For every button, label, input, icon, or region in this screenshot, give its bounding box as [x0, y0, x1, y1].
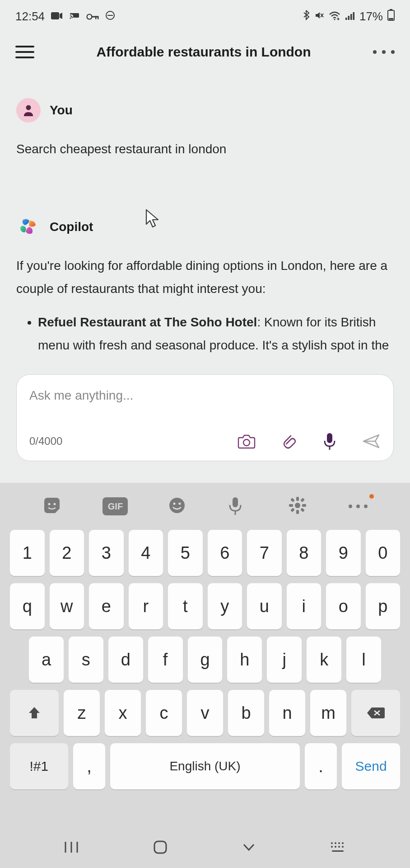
- key-b[interactable]: b: [228, 690, 264, 736]
- key-u[interactable]: u: [247, 583, 282, 629]
- key-x[interactable]: x: [105, 690, 141, 736]
- keyboard-toolbar: GIF: [0, 483, 410, 530]
- mouse-cursor-icon: [144, 208, 162, 231]
- key-comma[interactable]: ,: [73, 743, 106, 789]
- settings-icon[interactable]: [288, 496, 309, 517]
- svg-point-48: [338, 842, 340, 844]
- key-3[interactable]: 3: [89, 530, 124, 576]
- keyboard-switch-button[interactable]: [330, 841, 346, 855]
- svg-rect-4: [95, 16, 97, 19]
- svg-point-26: [169, 498, 185, 513]
- key-period[interactable]: .: [305, 743, 337, 789]
- key-send[interactable]: Send: [342, 743, 400, 789]
- key-space[interactable]: English (UK): [110, 743, 300, 789]
- dnd-icon: [105, 9, 115, 24]
- key-t[interactable]: t: [168, 583, 203, 629]
- svg-point-27: [173, 502, 176, 505]
- key-1[interactable]: 1: [10, 530, 45, 576]
- copilot-message: Copilot If you're looking for affordable…: [16, 215, 394, 357]
- signal-icon: [345, 9, 355, 24]
- key-symbols[interactable]: !#1: [10, 743, 68, 789]
- key-m[interactable]: m: [310, 690, 346, 736]
- svg-point-28: [179, 502, 181, 505]
- keyboard-row-2: q w e r t y u i o p: [0, 583, 410, 629]
- user-message: You Search cheapest restaurant in london: [16, 98, 394, 160]
- svg-rect-32: [296, 497, 299, 501]
- key-j[interactable]: j: [267, 637, 302, 683]
- status-bar: 12:54 17%: [0, 0, 410, 33]
- camera-icon: [51, 9, 63, 24]
- key-o[interactable]: o: [326, 583, 361, 629]
- key-4[interactable]: 4: [129, 530, 163, 576]
- key-n[interactable]: n: [269, 690, 305, 736]
- keyboard: GIF 1 2 3 4 5 6 7 8 9 0 q w e r t y u: [0, 483, 410, 868]
- voice-icon[interactable]: [228, 496, 249, 517]
- svg-rect-17: [389, 18, 393, 20]
- sender-label: You: [50, 103, 73, 118]
- back-button[interactable]: [241, 842, 256, 854]
- key-q[interactable]: q: [10, 583, 45, 629]
- key-c[interactable]: c: [146, 690, 182, 736]
- key-9[interactable]: 9: [326, 530, 361, 576]
- menu-button[interactable]: [15, 46, 34, 58]
- copilot-message-text: If you're looking for affordable dining …: [16, 255, 394, 357]
- key-v[interactable]: v: [187, 690, 223, 736]
- battery-icon: [387, 9, 395, 24]
- user-message-text: Search cheapest restaurant in london: [16, 138, 394, 160]
- recents-button[interactable]: [64, 840, 79, 856]
- bluetooth-icon: [303, 9, 310, 24]
- key-p[interactable]: p: [366, 583, 401, 629]
- key-6[interactable]: 6: [208, 530, 242, 576]
- sticker-icon[interactable]: [42, 496, 63, 517]
- svg-point-49: [342, 842, 344, 844]
- key-g[interactable]: g: [188, 637, 223, 683]
- key-7[interactable]: 7: [247, 530, 282, 576]
- send-button[interactable]: [362, 432, 381, 451]
- key-5[interactable]: 5: [168, 530, 203, 576]
- key-2[interactable]: 2: [50, 530, 84, 576]
- key-backspace[interactable]: [351, 690, 400, 736]
- key-e[interactable]: e: [89, 583, 124, 629]
- keyboard-row-5: !#1 , English (UK) . Send: [0, 743, 410, 789]
- camera-button[interactable]: [237, 432, 256, 451]
- key-s[interactable]: s: [69, 637, 103, 683]
- key-k[interactable]: k: [307, 637, 341, 683]
- key-l[interactable]: l: [346, 637, 381, 683]
- key-h[interactable]: h: [227, 637, 262, 683]
- key-0[interactable]: 0: [366, 530, 401, 576]
- key-f[interactable]: f: [148, 637, 183, 683]
- keyboard-more-icon[interactable]: [349, 496, 368, 517]
- home-button[interactable]: [153, 840, 168, 857]
- gif-icon[interactable]: GIF: [102, 497, 128, 515]
- mic-button[interactable]: [320, 432, 339, 451]
- svg-rect-23: [44, 498, 60, 513]
- svg-point-47: [335, 842, 336, 844]
- more-options-button[interactable]: [373, 50, 395, 54]
- key-8[interactable]: 8: [287, 530, 321, 576]
- key-shift[interactable]: [10, 690, 59, 736]
- key-r[interactable]: r: [129, 583, 163, 629]
- key-i[interactable]: i: [287, 583, 321, 629]
- keyboard-row-1: 1 2 3 4 5 6 7 8 9 0: [0, 530, 410, 576]
- svg-rect-14: [353, 12, 354, 20]
- svg-rect-38: [301, 498, 305, 502]
- battery-percent: 17%: [359, 9, 383, 24]
- attachment-button[interactable]: [279, 432, 298, 451]
- user-avatar: [16, 98, 41, 123]
- svg-rect-39: [291, 508, 295, 512]
- svg-rect-34: [289, 504, 293, 507]
- svg-rect-3: [91, 16, 98, 17]
- key-y[interactable]: y: [208, 583, 242, 629]
- svg-rect-0: [51, 12, 59, 19]
- svg-rect-11: [345, 18, 347, 20]
- key-w[interactable]: w: [50, 583, 84, 629]
- key-d[interactable]: d: [108, 637, 143, 683]
- svg-rect-37: [301, 508, 305, 512]
- svg-point-24: [48, 503, 50, 505]
- emoji-icon[interactable]: [168, 496, 188, 517]
- svg-rect-13: [350, 14, 352, 20]
- svg-point-2: [87, 14, 92, 19]
- key-z[interactable]: z: [64, 690, 100, 736]
- key-a[interactable]: a: [29, 637, 64, 683]
- message-input[interactable]: [29, 388, 381, 403]
